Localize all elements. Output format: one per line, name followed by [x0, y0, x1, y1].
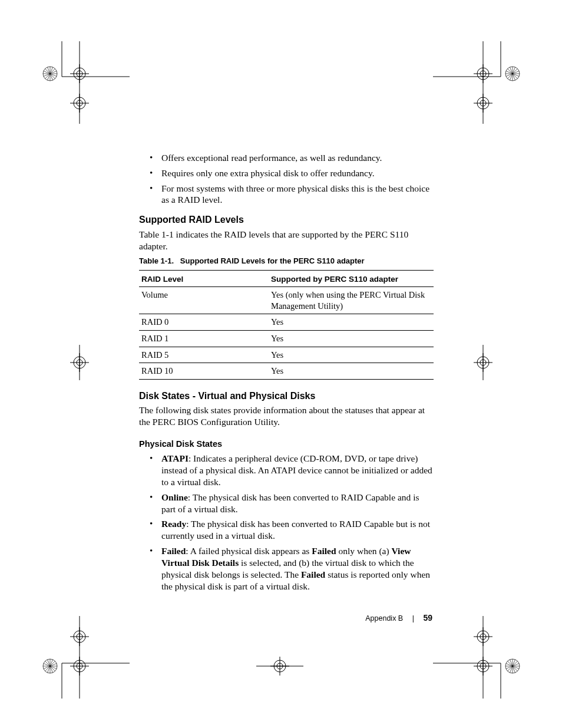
footer-page-number: 59	[423, 613, 432, 622]
physical-disk-state-list: ATAPI: Indicates a peripheral device (CD…	[139, 453, 434, 592]
table-cell: RAID 10	[139, 363, 269, 380]
cropmark-mid-right	[459, 345, 507, 380]
table-header-2: Supported by PERC S110 adapter	[269, 271, 434, 287]
term-bold: Failed	[161, 546, 186, 556]
list-item: Online: The physical disk has been conve…	[161, 492, 434, 515]
term-bold: Failed	[301, 569, 325, 579]
cropmark-bottom-right	[433, 616, 527, 699]
heading-disk-states: Disk States - Virtual and Physical Disks	[139, 390, 434, 402]
table-cell: RAID 1	[139, 330, 269, 347]
table-caption-text: Supported RAID Levels for the PERC S110 …	[180, 256, 365, 265]
list-item: Offers exceptional read performance, as …	[161, 152, 434, 164]
term-bold: ATAPI	[161, 453, 189, 463]
para-disk-states: The following disk states provide inform…	[139, 404, 434, 428]
list-item: For most systems with three or more phys…	[161, 183, 434, 206]
raid-levels-table: RAID Level Supported by PERC S110 adapte…	[139, 270, 434, 380]
para-supported-raid: Table 1-1 indicates the RAID levels that…	[139, 229, 434, 252]
cropmark-bottom-center	[256, 648, 303, 696]
table-caption-prefix: Table 1-1.	[139, 256, 174, 265]
subheading-physical-disk-states: Physical Disk States	[139, 439, 434, 450]
page-footer: Appendix B | 59	[0, 613, 562, 622]
table-row: RAID 10Yes	[139, 363, 434, 380]
cropmark-bottom-left	[35, 616, 130, 699]
table-cell: Yes	[269, 347, 434, 363]
term-bold: Ready	[161, 519, 186, 529]
table-row: VolumeYes (only when using the PERC Virt…	[139, 287, 434, 314]
table-caption: Table 1-1. Supported RAID Levels for the…	[139, 256, 434, 266]
term-bold: View Virtual Disk Details	[161, 546, 411, 568]
list-item: Requires only one extra physical disk to…	[161, 167, 434, 179]
table-row: RAID 5Yes	[139, 347, 434, 363]
table-header-1: RAID Level	[139, 271, 269, 287]
table-cell: RAID 5	[139, 347, 269, 363]
table-cell: Yes	[269, 330, 434, 347]
intro-bullet-list: Offers exceptional read performance, as …	[139, 152, 434, 206]
cropmark-top-right	[433, 41, 527, 124]
table-row: RAID 1Yes	[139, 330, 434, 347]
heading-supported-raid: Supported RAID Levels	[139, 214, 434, 226]
term-bold: Failed	[312, 546, 336, 556]
list-item: Failed: A failed physical disk appears a…	[161, 545, 434, 592]
term-bold: Online	[161, 492, 188, 502]
table-cell: Yes	[269, 363, 434, 380]
page-content: Offers exceptional read performance, as …	[139, 152, 434, 600]
table-cell: Yes	[269, 314, 434, 331]
footer-separator: |	[412, 614, 414, 622]
footer-label: Appendix B	[365, 614, 403, 622]
table-cell: Yes (only when using the PERC Virtual Di…	[269, 287, 434, 314]
cropmark-top-left	[35, 41, 130, 124]
cropmark-mid-left	[56, 345, 103, 380]
table-cell: Volume	[139, 287, 269, 314]
table-row: RAID 0Yes	[139, 314, 434, 331]
list-item: ATAPI: Indicates a peripheral device (CD…	[161, 453, 434, 487]
table-cell: RAID 0	[139, 314, 269, 331]
list-item: Ready: The physical disk has been conver…	[161, 518, 434, 542]
